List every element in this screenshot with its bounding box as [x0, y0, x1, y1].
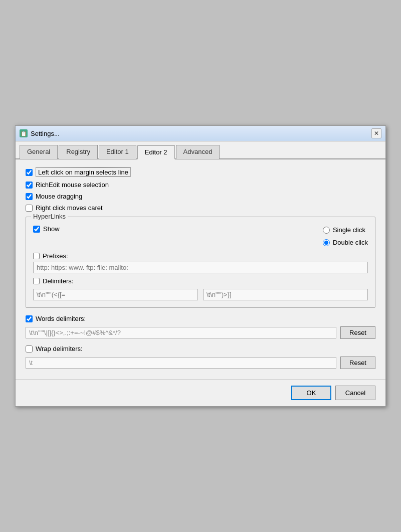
- delimiters-checkbox[interactable]: [33, 278, 40, 284]
- words-delimiters-checkbox[interactable]: [26, 315, 33, 322]
- mouse-dragging-row: Mouse dragging: [26, 193, 375, 200]
- ok-button[interactable]: OK: [291, 386, 331, 400]
- tab-registry[interactable]: Registry: [59, 145, 98, 159]
- words-delimiters-reset-button[interactable]: Reset: [340, 326, 375, 339]
- main-content: Left click on margin selects line RichEd…: [16, 159, 385, 379]
- hyperlinks-title: HyperLinks: [31, 213, 68, 220]
- richedit-checkbox[interactable]: [26, 182, 33, 189]
- right-click-checkbox[interactable]: [26, 205, 33, 212]
- left-click-label[interactable]: Left click on margin selects line: [36, 167, 131, 177]
- delimiters-left-input[interactable]: [33, 289, 198, 300]
- richedit-label[interactable]: RichEdit mouse selection: [36, 181, 109, 189]
- left-click-checkbox[interactable]: [26, 169, 33, 176]
- wrap-delimiters-checkbox[interactable]: [26, 345, 33, 352]
- single-click-row: Single click: [323, 226, 368, 234]
- prefixes-label-row: Prefixes:: [33, 252, 368, 260]
- prefixes-label: Prefixes:: [43, 252, 68, 260]
- words-delimiters-checkbox-row: Words delimiters:: [26, 315, 375, 322]
- hyperlinks-group: HyperLinks Show Single click Double: [26, 217, 375, 308]
- wrap-delimiters-input[interactable]: [26, 357, 336, 369]
- prefixes-checkbox[interactable]: [33, 253, 40, 259]
- cancel-button[interactable]: Cancel: [335, 386, 375, 400]
- prefixes-input[interactable]: [33, 262, 368, 273]
- show-label[interactable]: Show: [43, 225, 60, 233]
- tab-bar: General Registry Editor 1 Editor 2 Advan…: [16, 141, 385, 159]
- prefixes-field-row: Prefixes:: [33, 252, 368, 273]
- mouse-dragging-checkbox[interactable]: [26, 193, 33, 200]
- tab-editor1[interactable]: Editor 1: [99, 145, 136, 159]
- wrap-delimiters-checkbox-row: Wrap delimiters:: [26, 345, 375, 352]
- tab-general[interactable]: General: [20, 145, 58, 159]
- delimiters-field-row: Delimiters:: [33, 277, 368, 300]
- bottom-bar: OK Cancel: [16, 379, 385, 406]
- right-click-label[interactable]: Right click moves caret: [36, 204, 103, 212]
- delimiters-label: Delimiters:: [43, 277, 73, 285]
- double-click-row: Double click: [323, 239, 368, 246]
- richedit-row: RichEdit mouse selection: [26, 181, 375, 189]
- hyperlinks-left: Show: [33, 225, 313, 237]
- hyperlinks-right: Single click Double click: [323, 225, 368, 248]
- window-title: Settings...: [31, 130, 60, 137]
- tab-editor2[interactable]: Editor 2: [137, 145, 175, 159]
- show-row: Show: [33, 225, 313, 233]
- words-delimiters-input-row: Reset: [26, 326, 375, 339]
- wrap-delimiters-reset-button[interactable]: Reset: [340, 357, 375, 369]
- left-click-row: Left click on margin selects line: [26, 167, 375, 177]
- double-click-radio[interactable]: [323, 239, 330, 246]
- wrap-delimiters-input-row: Reset: [26, 357, 375, 369]
- delimiters-right-input[interactable]: [203, 289, 368, 300]
- app-icon: 📋: [20, 129, 28, 137]
- title-bar: 📋 Settings... ✕: [16, 126, 385, 141]
- hyperlinks-top-row: Show Single click Double click: [33, 225, 368, 248]
- delimiters-label-row: Delimiters:: [33, 277, 368, 285]
- words-delimiters-section: Words delimiters: Reset: [26, 315, 375, 339]
- mouse-dragging-label[interactable]: Mouse dragging: [36, 193, 82, 200]
- words-delimiters-input[interactable]: [26, 327, 336, 338]
- wrap-delimiters-section: Wrap delimiters: Reset: [26, 345, 375, 369]
- show-checkbox[interactable]: [33, 226, 40, 233]
- right-click-row: Right click moves caret: [26, 204, 375, 212]
- single-click-radio[interactable]: [323, 227, 330, 234]
- double-click-label[interactable]: Double click: [333, 239, 368, 246]
- wrap-delimiters-label[interactable]: Wrap delimiters:: [36, 345, 83, 352]
- settings-window: 📋 Settings... ✕ General Registry Editor …: [15, 125, 386, 407]
- tab-advanced[interactable]: Advanced: [176, 145, 220, 159]
- delimiters-inputs: [33, 289, 368, 300]
- words-delimiters-label[interactable]: Words delimiters:: [36, 315, 86, 322]
- title-bar-left: 📋 Settings...: [20, 129, 60, 137]
- single-click-label[interactable]: Single click: [333, 226, 365, 234]
- close-button[interactable]: ✕: [371, 128, 381, 138]
